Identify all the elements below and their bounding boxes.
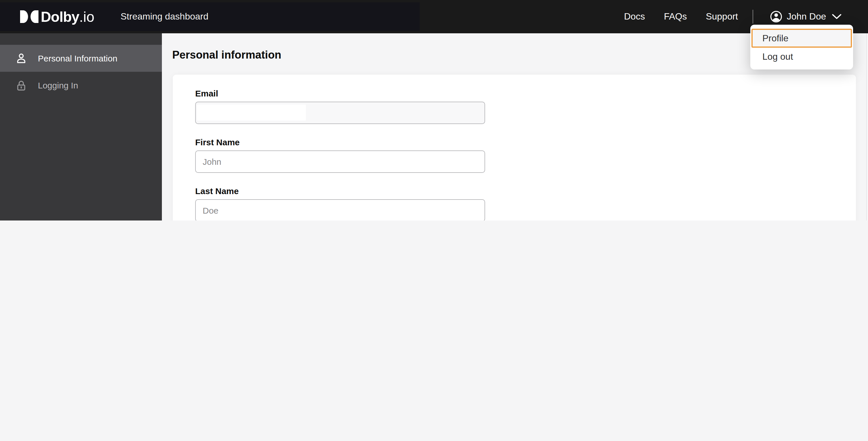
last-name-field-group: Last Name (195, 186, 485, 220)
dolby-double-d-icon (20, 10, 39, 24)
menu-item-profile[interactable]: Profile (751, 29, 852, 48)
nav-link-docs[interactable]: Docs (624, 11, 645, 22)
first-name-input[interactable] (195, 150, 485, 173)
last-name-label: Last Name (195, 186, 485, 196)
lock-icon (15, 79, 28, 92)
sidebar: Personal Information Logging In (0, 33, 162, 220)
personal-information-card: Email First Name Last Name Job Ti (173, 75, 856, 220)
brand-name: Dolby.io (41, 9, 94, 24)
dolby-logo[interactable]: Dolby.io (20, 0, 94, 33)
product-title: Streaming dashboard (121, 0, 208, 33)
nav-divider (752, 10, 753, 24)
user-menu-trigger[interactable]: John Doe (770, 10, 842, 23)
sidebar-item-personal-information[interactable]: Personal Information (0, 45, 162, 72)
first-name-field-group: First Name (195, 137, 485, 173)
email-field-group: Email (195, 88, 485, 124)
scrollbar-gutter[interactable] (866, 33, 868, 220)
menu-item-logout[interactable]: Log out (750, 48, 853, 65)
app-window: Dolby.io Streaming dashboard Docs FAQs S… (0, 0, 868, 220)
email-label: Email (195, 88, 485, 98)
user-name: John Doe (787, 11, 826, 22)
chevron-down-icon (832, 14, 842, 20)
sidebar-item-label: Personal Information (38, 53, 117, 63)
sidebar-item-label: Logging In (38, 80, 78, 90)
last-name-input[interactable] (195, 199, 485, 220)
nav-link-faqs[interactable]: FAQs (664, 11, 687, 22)
user-dropdown-menu: Profile Log out (750, 25, 853, 69)
page-title: Personal information (172, 49, 281, 61)
user-avatar-icon (770, 10, 782, 23)
sidebar-item-logging-in[interactable]: Logging In (0, 72, 162, 99)
top-navbar: Dolby.io Streaming dashboard Docs FAQs S… (0, 0, 868, 33)
email-input[interactable] (195, 101, 485, 124)
person-icon (15, 52, 28, 65)
nav-link-support[interactable]: Support (706, 11, 738, 22)
first-name-label: First Name (195, 137, 485, 147)
